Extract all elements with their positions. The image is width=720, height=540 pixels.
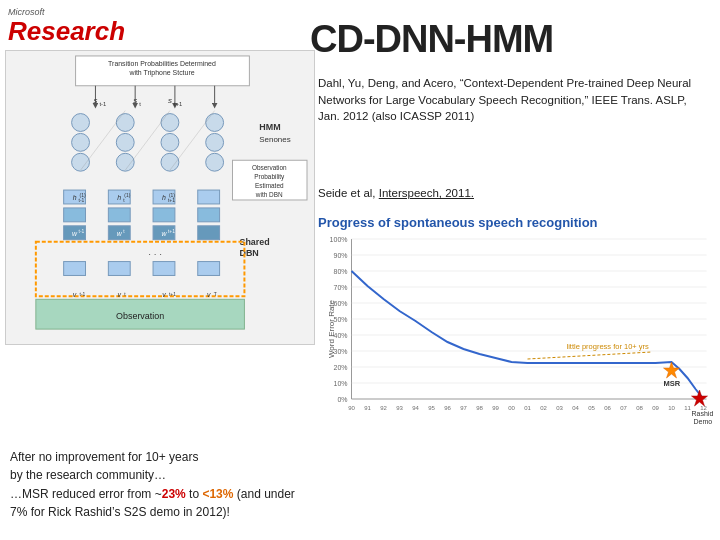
svg-text:08: 08 bbox=[636, 405, 643, 411]
svg-text:v: v bbox=[207, 291, 211, 298]
svg-text:04: 04 bbox=[572, 405, 579, 411]
microsoft-label: Microsoft bbox=[8, 7, 122, 17]
svg-text:70%: 70% bbox=[333, 284, 347, 291]
svg-text:Observation: Observation bbox=[252, 164, 287, 171]
svg-text:10: 10 bbox=[668, 405, 675, 411]
svg-text:t-1: t-1 bbox=[79, 229, 85, 234]
svg-text:T: T bbox=[214, 292, 217, 297]
svg-text:98: 98 bbox=[476, 405, 483, 411]
svg-point-16 bbox=[72, 133, 90, 151]
svg-text:100%: 100% bbox=[330, 236, 348, 243]
svg-text:v: v bbox=[118, 291, 122, 298]
svg-text:t+1: t+1 bbox=[168, 229, 175, 234]
svg-text:02: 02 bbox=[540, 405, 547, 411]
svg-rect-50 bbox=[108, 208, 130, 222]
svg-text:40%: 40% bbox=[333, 332, 347, 339]
svg-text:0%: 0% bbox=[337, 396, 347, 403]
svg-text:11: 11 bbox=[684, 405, 691, 411]
bottom-text-block: After no improvement for 10+ years by th… bbox=[10, 448, 305, 522]
svg-text:with DBN: with DBN bbox=[255, 191, 283, 198]
bottom-line1: After no improvement for 10+ years bbox=[10, 450, 198, 464]
svg-text:99: 99 bbox=[492, 405, 499, 411]
svg-text:92: 92 bbox=[380, 405, 387, 411]
svg-text:DBN: DBN bbox=[239, 248, 258, 258]
svg-text:80%: 80% bbox=[333, 268, 347, 275]
svg-text:50%: 50% bbox=[333, 316, 347, 323]
svg-point-18 bbox=[116, 114, 134, 132]
svg-text:90: 90 bbox=[348, 405, 355, 411]
svg-text:96: 96 bbox=[444, 405, 451, 411]
svg-text:little progress for 10+ yrs: little progress for 10+ yrs bbox=[567, 342, 650, 351]
svg-text:00: 00 bbox=[508, 405, 515, 411]
svg-text:t-1: t-1 bbox=[80, 292, 86, 297]
svg-text:03: 03 bbox=[556, 405, 563, 411]
svg-point-24 bbox=[206, 114, 224, 132]
svg-rect-68 bbox=[153, 262, 175, 276]
svg-text:t+1: t+1 bbox=[168, 198, 175, 203]
svg-text:(1): (1) bbox=[124, 193, 130, 198]
svg-text:90%: 90% bbox=[333, 252, 347, 259]
svg-text:97: 97 bbox=[460, 405, 467, 411]
svg-text:s: s bbox=[168, 96, 172, 105]
svg-line-128 bbox=[528, 352, 652, 359]
svg-point-19 bbox=[116, 133, 134, 151]
svg-text:06: 06 bbox=[604, 405, 611, 411]
svg-text:Transition Probabilities Deter: Transition Probabilities Determined bbox=[108, 60, 216, 67]
svg-point-21 bbox=[161, 114, 179, 132]
svg-text:Senones: Senones bbox=[259, 135, 290, 144]
svg-point-22 bbox=[161, 133, 179, 151]
diagram-area: Transition Probabilities Determined with… bbox=[5, 50, 315, 345]
reference-text-2: Seide et al, Interspeech, 2011. bbox=[318, 185, 710, 202]
svg-text:s: s bbox=[93, 96, 97, 105]
svg-text:01: 01 bbox=[524, 405, 531, 411]
svg-text:Rashid: Rashid bbox=[692, 410, 714, 417]
svg-rect-49 bbox=[64, 208, 86, 222]
svg-text:· · ·: · · · bbox=[148, 248, 162, 259]
research-label: Research bbox=[8, 18, 122, 44]
chart-title: Progress of spontaneous speech recogniti… bbox=[318, 215, 715, 230]
seide-ref-label: Seide et al, Interspeech, 2011. bbox=[318, 187, 474, 199]
svg-text:93: 93 bbox=[396, 405, 403, 411]
svg-text:HMM: HMM bbox=[259, 122, 280, 132]
reference-text-1: Dahl, Yu, Deng, and Acero, “Context-Depe… bbox=[318, 75, 710, 125]
svg-text:09: 09 bbox=[652, 405, 659, 411]
svg-rect-66 bbox=[64, 262, 86, 276]
highlight-23: 23% bbox=[162, 487, 186, 501]
svg-text:Observation: Observation bbox=[116, 311, 164, 321]
svg-text:h: h bbox=[162, 194, 166, 201]
svg-text:10%: 10% bbox=[333, 380, 347, 387]
svg-text:Demo: Demo bbox=[694, 418, 713, 425]
svg-text:MSR: MSR bbox=[664, 379, 681, 388]
bottom-line2: by the research community… bbox=[10, 468, 166, 482]
header-logo: Microsoft Research bbox=[0, 0, 130, 50]
svg-text:h: h bbox=[73, 194, 77, 201]
page-title: CD-DNN-HMM bbox=[310, 18, 710, 61]
svg-point-15 bbox=[72, 114, 90, 132]
svg-point-25 bbox=[206, 133, 224, 151]
svg-text:05: 05 bbox=[588, 405, 595, 411]
bottom-line3-mid: to bbox=[186, 487, 199, 501]
svg-marker-132 bbox=[692, 390, 708, 406]
svg-rect-69 bbox=[198, 262, 220, 276]
svg-text:t-1: t-1 bbox=[99, 101, 107, 107]
svg-rect-51 bbox=[153, 208, 175, 222]
svg-text:91: 91 bbox=[364, 405, 371, 411]
svg-text:30%: 30% bbox=[333, 348, 347, 355]
svg-text:Estimated: Estimated bbox=[255, 182, 284, 189]
svg-rect-48 bbox=[198, 190, 220, 204]
svg-rect-64 bbox=[198, 226, 220, 240]
svg-point-26 bbox=[206, 153, 224, 171]
svg-text:94: 94 bbox=[412, 405, 419, 411]
svg-text:with Triphone Stcture: with Triphone Stcture bbox=[128, 69, 194, 77]
svg-rect-67 bbox=[108, 262, 130, 276]
svg-text:h: h bbox=[117, 194, 121, 201]
svg-text:20%: 20% bbox=[333, 364, 347, 371]
bottom-line3-prefix: …MSR reduced error from ~ bbox=[10, 487, 162, 501]
svg-text:v: v bbox=[162, 291, 166, 298]
svg-rect-52 bbox=[198, 208, 220, 222]
chart-container: Word Error Rate 100% 90% 80% 70% 60% 50%… bbox=[318, 234, 715, 429]
highlight-13: <13% bbox=[202, 487, 233, 501]
svg-text:t-1: t-1 bbox=[79, 198, 85, 203]
svg-marker-130 bbox=[664, 362, 680, 378]
svg-text:Probability: Probability bbox=[254, 173, 285, 181]
